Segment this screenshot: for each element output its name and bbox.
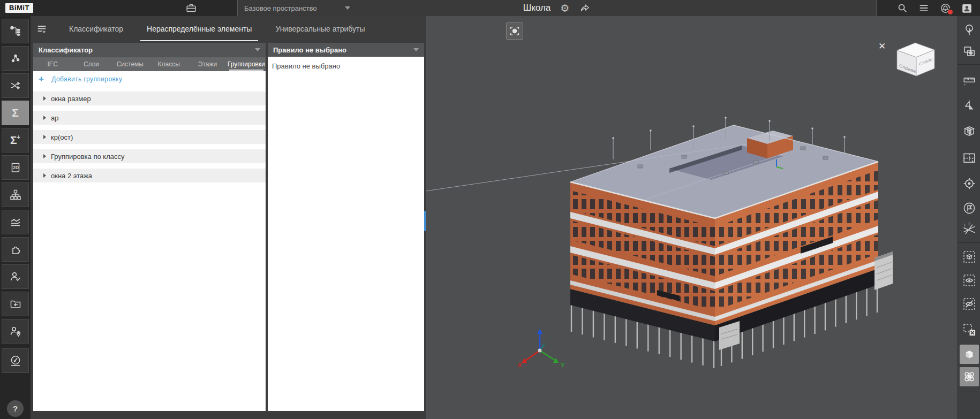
sidebar-classifier-tree-icon[interactable] (2, 19, 29, 43)
notification-badge (948, 10, 953, 14)
floor-plan-icon[interactable] (960, 148, 979, 167)
clear-selection-icon[interactable] (960, 320, 979, 339)
gear-icon[interactable]: ⚙ (560, 3, 569, 13)
toolbar-divider (958, 392, 980, 392)
workspace-label: Базовое пространство (244, 4, 317, 12)
subtab-systems[interactable]: Системы (111, 57, 149, 72)
axis-gizmo[interactable]: X Y (518, 329, 565, 368)
toolbar-divider (958, 64, 980, 65)
rule-dropdown[interactable]: Правило не выбрано (268, 43, 424, 57)
search-icon[interactable] (896, 2, 908, 14)
app-root: BiMiT Базовое пространство Школа ⚙ (0, 0, 980, 419)
sidebar-plugins-puzzle-icon[interactable] (2, 237, 29, 262)
chevron-down-icon (345, 6, 350, 10)
sidebar-sigma-add-icon[interactable]: Σ+ (2, 128, 29, 153)
select-region-icon[interactable] (960, 42, 979, 61)
sidebar-trends-icon[interactable] (2, 210, 29, 234)
group-row[interactable]: окна размер (33, 92, 266, 105)
target-point-icon[interactable] (960, 174, 979, 193)
right-toolbar: 1 2 (958, 16, 980, 419)
group-row[interactable]: окна 2 этажа (33, 169, 266, 182)
view-cube-icon[interactable] (960, 345, 979, 364)
show-eye-icon[interactable] (960, 271, 979, 290)
navigation-cube[interactable]: Справа Сзади (897, 43, 934, 76)
flag-note-icon[interactable] (960, 199, 979, 218)
subtab-groupings[interactable]: Группировки (227, 57, 266, 72)
expand-arrow-icon (43, 116, 46, 120)
svg-text:X: X (518, 362, 522, 368)
project-title: Школа (523, 3, 551, 13)
panel-tab-bar: Классификатор Нераспределённые элементы … (31, 16, 426, 42)
svg-text:1: 1 (963, 223, 966, 227)
sidebar-org-chart-icon[interactable] (2, 182, 29, 207)
panel-resize-handle[interactable] (424, 211, 426, 231)
plus-icon: + (39, 75, 44, 83)
chevron-down-icon (255, 48, 260, 51)
classifier-panel-region: Классификатор Нераспределённые элементы … (31, 16, 426, 419)
classifier-body: + Добавить группировку окна размер ар кр… (33, 71, 266, 411)
svg-text:2D: 2D (13, 165, 19, 170)
classifier-panel: Классификатор IFC Слои Системы Классы Эт… (33, 43, 266, 411)
projects-briefcase-icon[interactable] (185, 2, 198, 14)
profile-avatar-icon[interactable] (961, 3, 973, 14)
axis-lines-icon[interactable]: 1 2 (960, 220, 979, 239)
tab-classifier[interactable]: Классификатор (57, 16, 135, 42)
tab-unallocated-elements[interactable]: Нераспределённые элементы (135, 16, 263, 42)
panel-menu-icon[interactable] (36, 23, 48, 35)
orbit-mode-icon[interactable] (960, 367, 979, 386)
subtab-ifc[interactable]: IFC (33, 57, 72, 72)
group-row[interactable]: Группировка по классу (33, 149, 266, 163)
expand-arrow-icon (43, 135, 46, 139)
add-grouping-button[interactable]: + Добавить группировку (33, 71, 266, 86)
rule-panel: Правило не выбрано Правило не выбрано (268, 43, 424, 411)
workspace-dropdown[interactable]: Базовое пространство (244, 4, 350, 12)
chevron-down-icon (413, 48, 419, 51)
group-row[interactable]: кр(ост) (33, 130, 266, 144)
subtab-classes[interactable]: Классы (149, 57, 188, 72)
section-flash-icon[interactable] (960, 96, 979, 115)
sidebar-relations-icon[interactable] (2, 46, 29, 71)
section-cube-icon[interactable] (960, 121, 979, 141)
sidebar-sigma-icon[interactable]: Σ (2, 101, 29, 125)
expand-arrow-icon (43, 173, 46, 178)
isolate-box-icon[interactable] (960, 247, 979, 266)
rule-body-text: Правило не выбрано (268, 57, 424, 75)
app-logo: BiMiT (5, 3, 33, 13)
topbar-middle: Базовое пространство Школа ⚙ (237, 0, 877, 16)
subtab-layers[interactable]: Слои (72, 57, 110, 72)
tab-universal-attributes[interactable]: Универсальные атрибуты (263, 16, 376, 42)
classifier-subtabs: IFC Слои Системы Классы Этажи Группировк… (33, 57, 266, 71)
toolbar-divider (958, 242, 980, 243)
expand-arrow-icon (43, 96, 46, 101)
menu-list-icon[interactable] (918, 2, 930, 14)
sidebar-shuffle-icon[interactable] (2, 73, 29, 98)
tree-icon[interactable] (960, 20, 979, 40)
share-icon[interactable] (579, 3, 591, 13)
sidebar-user-check-icon[interactable] (2, 264, 29, 289)
subtab-floors[interactable]: Этажи (188, 57, 227, 72)
topbar: BiMiT Базовое пространство Школа ⚙ (0, 0, 980, 16)
svg-text:2: 2 (968, 222, 970, 226)
viewport-3d[interactable]: ✕ (426, 16, 958, 419)
svg-text:Y: Y (561, 362, 565, 368)
notifications-bell-icon[interactable] (939, 2, 952, 14)
sidebar-folder-share-icon[interactable] (2, 292, 29, 316)
classifier-dropdown[interactable]: Классификатор (33, 43, 266, 57)
sidebar-2d-sheet-icon[interactable]: 2D (2, 155, 29, 180)
close-panel-icon[interactable]: ✕ (875, 39, 889, 54)
expand-arrow-icon (43, 154, 46, 158)
help-button[interactable]: ? (7, 400, 24, 417)
group-row[interactable]: ар (33, 111, 266, 125)
hide-eye-icon[interactable] (960, 294, 979, 314)
building-model[interactable]: Справа Сзади X Y (426, 16, 958, 419)
measure-ruler-icon[interactable] (960, 70, 979, 89)
topbar-left: BiMiT (0, 0, 237, 16)
sidebar-gauge-icon[interactable] (2, 348, 29, 373)
left-sidebar: Σ Σ+ 2D (0, 16, 31, 419)
topbar-right (877, 0, 980, 16)
sidebar-user-pin-icon[interactable] (2, 319, 29, 344)
